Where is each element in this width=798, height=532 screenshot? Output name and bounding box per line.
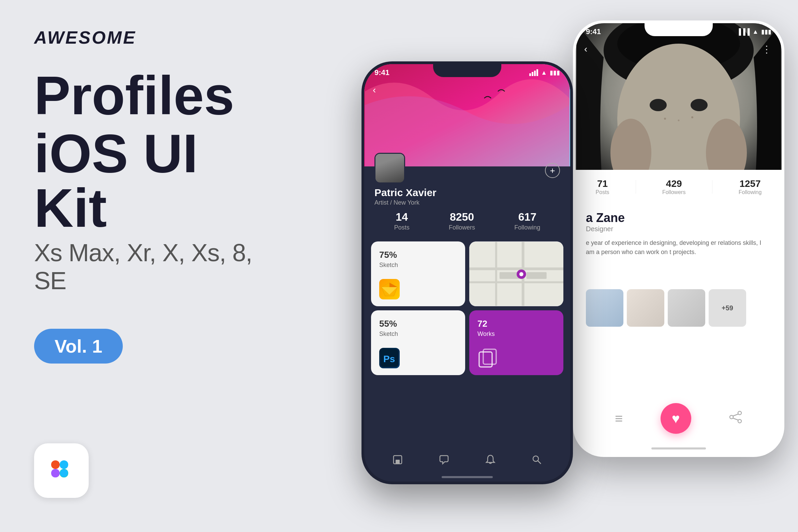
svg-point-12 <box>691 116 693 118</box>
avatar-image-dark <box>375 154 404 182</box>
stat-label-followers-white: Followers <box>662 189 685 195</box>
ps-icon: Ps <box>379 348 400 368</box>
card-percent-1: 75% <box>379 250 457 260</box>
vol-badge: Vol. 1 <box>34 329 123 364</box>
stat-label-following-white: Following <box>739 189 762 195</box>
thumbnail-1[interactable] <box>586 289 623 327</box>
plus-button-dark[interactable]: + <box>545 163 560 178</box>
svg-point-4 <box>60 469 68 477</box>
card-ps-55[interactable]: 55% Sketch Ps <box>371 310 465 375</box>
portfolio-thumbnails: +59 <box>576 289 782 327</box>
svg-line-20 <box>733 418 738 420</box>
profile-subtitle-white: Designer <box>586 225 771 233</box>
nav-chat-icon[interactable] <box>439 454 449 468</box>
stats-row-white: 71 Posts 429 Followers 1257 Following <box>576 170 782 204</box>
signal-icon <box>529 69 538 76</box>
heart-button[interactable]: ♥ <box>661 403 691 434</box>
svg-rect-40 <box>396 460 400 464</box>
svg-point-16 <box>738 411 741 415</box>
map-placeholder <box>469 241 563 306</box>
stat-posts-white: 71 Posts <box>596 178 609 195</box>
svg-rect-2 <box>60 460 68 469</box>
stat-num-posts-dark: 14 <box>394 211 410 223</box>
title-line2-ios: iOS UI Kit <box>34 126 273 235</box>
stat-label-following-dark: Following <box>514 224 540 231</box>
stat-num-posts-white: 71 <box>596 178 609 189</box>
svg-rect-0 <box>51 460 60 469</box>
works-icon-svg <box>477 348 498 368</box>
profile-card-white: a Zane Designer e year of experience in … <box>576 201 782 264</box>
card-map[interactable] <box>469 241 563 306</box>
brand-logo: AWESOME <box>34 27 273 48</box>
stat-num-followers-white: 429 <box>662 178 685 189</box>
card-label-3: Sketch <box>379 330 457 338</box>
sketch-logo <box>381 282 398 297</box>
more-btn-white[interactable]: ⋮ <box>762 44 771 55</box>
stat-num-followers-dark: 8250 <box>449 211 475 223</box>
home-bar-dark <box>442 476 493 478</box>
svg-point-13 <box>678 120 680 121</box>
title-line1: Profiles <box>34 68 273 123</box>
svg-point-11 <box>664 118 666 120</box>
stat-following-dark: 617 Following <box>514 211 540 231</box>
avatar-dark <box>374 153 405 183</box>
photoshop-logo: Ps <box>381 349 398 367</box>
bottom-action-white: ≡ ♥ <box>576 403 782 434</box>
phone-white: 9:41 ▐▐▐ ▲ ▮▮▮ ‹ ⋮ <box>573 20 784 457</box>
card-sketch-75[interactable]: 75% Sketch <box>371 241 465 306</box>
nav-home-icon[interactable] <box>392 454 403 468</box>
notch-white <box>645 23 713 36</box>
profile-sub-dark: Artist / New York <box>374 199 560 206</box>
status-icons-white: ▐▐▐ ▲ ▮▮▮ <box>737 28 771 35</box>
stat-followers-dark: 8250 Followers <box>449 211 475 231</box>
svg-rect-32 <box>527 272 547 279</box>
stat-num-following-dark: 617 <box>514 211 540 223</box>
status-time-dark: 9:41 <box>374 68 389 77</box>
svg-point-10 <box>691 99 708 111</box>
card-72-works[interactable]: 72 Works <box>469 310 563 375</box>
svg-point-34 <box>519 272 523 276</box>
card-label-1: Sketch <box>379 262 457 269</box>
nav-bell-icon[interactable] <box>485 454 496 468</box>
card-num-works: 72 <box>477 319 555 329</box>
figma-icon-wrapper <box>34 443 89 498</box>
svg-rect-1 <box>51 469 60 477</box>
svg-rect-31 <box>500 272 520 279</box>
sketch-icon <box>379 279 400 299</box>
phones-area: 9:41 ▐▐▐ ▲ ▮▮▮ ‹ ⋮ <box>307 0 798 532</box>
back-btn-white[interactable]: ‹ <box>584 44 587 55</box>
thumbnail-more[interactable]: +59 <box>709 289 746 327</box>
share-button[interactable] <box>729 410 742 427</box>
svg-line-19 <box>733 414 738 416</box>
svg-point-18 <box>738 419 741 423</box>
svg-point-17 <box>730 415 733 419</box>
stat-followers-white: 429 Followers <box>662 178 685 195</box>
thumbnail-2[interactable] <box>627 289 664 327</box>
stat-num-following-white: 1257 <box>739 178 762 189</box>
svg-line-42 <box>538 461 541 464</box>
stats-row-dark: 14 Posts 8250 Followers 617 Following <box>364 211 570 231</box>
profile-name-dark: Patric Xavier <box>374 187 560 198</box>
card-percent-3: 55% <box>379 319 457 329</box>
figma-logo-icon <box>48 457 75 484</box>
profile-info-dark: Patric Xavier Artist / New York <box>374 187 560 206</box>
phone-dark: 9:41 ▲ ▮▮▮ <box>361 61 573 484</box>
bottom-nav-dark <box>364 454 570 475</box>
menu-button-white[interactable]: ≡ <box>615 411 623 426</box>
svg-point-9 <box>650 99 667 111</box>
grid-cards-dark: 75% Sketch <box>371 241 563 375</box>
notch-dark <box>433 64 501 77</box>
works-icon <box>477 348 498 368</box>
nav-search-icon[interactable] <box>531 454 542 468</box>
profile-bio-white: e year of experience in designing, devel… <box>586 238 771 257</box>
stat-following-white: 1257 Following <box>739 178 762 195</box>
subtitle: Xs Max, Xr, X, Xs, 8, SE <box>34 239 273 295</box>
home-bar-white <box>651 447 706 449</box>
back-btn-dark[interactable]: ‹ <box>373 85 376 95</box>
profile-name-white: a Zane <box>586 211 771 225</box>
thumbnail-3[interactable] <box>668 289 705 327</box>
left-panel: AWESOME Profiles iOS UI Kit Xs Max, Xr, … <box>0 0 307 532</box>
stat-label-posts-white: Posts <box>596 189 609 195</box>
status-time-white: 9:41 <box>586 27 601 36</box>
card-label-works: Works <box>477 330 555 338</box>
